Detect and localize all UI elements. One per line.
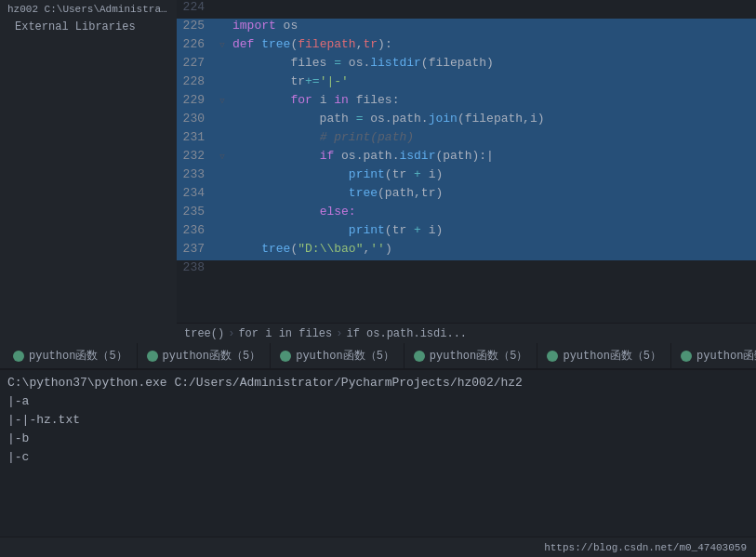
line-number: 229 bbox=[177, 93, 216, 107]
breadcrumb-item[interactable]: tree() bbox=[184, 327, 224, 340]
fold-icon[interactable]: ▽ bbox=[219, 152, 224, 162]
editor-tab[interactable]: pyuthon函数（5） bbox=[138, 343, 272, 369]
line-content: def tree(filepath,tr): bbox=[229, 37, 756, 51]
code-line: 228 tr+='|-' bbox=[177, 74, 756, 93]
token bbox=[232, 93, 290, 107]
editor-tab[interactable]: pyuthon函数（5） bbox=[671, 343, 756, 369]
tab-icon bbox=[414, 351, 425, 362]
tab-icon bbox=[681, 351, 692, 362]
line-content: # print(path) bbox=[229, 130, 756, 144]
breadcrumb-separator: › bbox=[336, 327, 342, 340]
token: join bbox=[429, 112, 458, 126]
editor-tab[interactable]: pyuthon函数（5） bbox=[271, 343, 405, 369]
breadcrumb-bar: tree() › for i in files › if os.path.isd… bbox=[177, 323, 756, 343]
line-number: 237 bbox=[177, 242, 216, 256]
code-line: 238 bbox=[177, 260, 756, 279]
token: print bbox=[349, 167, 385, 181]
line-content: path = os.path.join(filepath,i) bbox=[229, 112, 756, 126]
token: ) bbox=[385, 242, 392, 256]
main-area: hz002 C:\Users\Administrator\P External … bbox=[0, 0, 756, 343]
code-line: 236 print(tr + i) bbox=[177, 223, 756, 242]
token: for bbox=[290, 93, 319, 107]
code-line: 233 print(tr + i) bbox=[177, 167, 756, 186]
line-content: print(tr + i) bbox=[229, 223, 756, 237]
line-number: 231 bbox=[177, 130, 216, 144]
gutter: ▽ bbox=[216, 96, 229, 106]
line-number: 235 bbox=[177, 205, 216, 219]
tab-label: pyuthon函数（5） bbox=[296, 348, 394, 364]
token: os bbox=[276, 19, 298, 33]
editor-tab[interactable]: pyuthon函数（5） bbox=[405, 343, 538, 369]
token bbox=[232, 186, 349, 200]
terminal-content: C:\python37\python.exe C:/Users/Administ… bbox=[0, 370, 756, 537]
token: + bbox=[414, 223, 421, 237]
token: else: bbox=[320, 205, 356, 219]
code-line: 226▽def tree(filepath,tr): bbox=[177, 37, 756, 56]
code-line: 229▽ for i in files: bbox=[177, 93, 756, 112]
terminal-lines: |-a|-|-hz.txt|-b|-c bbox=[7, 392, 749, 467]
token: '' bbox=[370, 242, 385, 256]
sidebar-item-external-libraries[interactable]: External Libraries bbox=[0, 19, 177, 35]
terminal-output-line: |-a bbox=[7, 392, 749, 411]
token: files bbox=[232, 56, 334, 70]
line-content: for i in files: bbox=[229, 93, 756, 107]
line-number: 234 bbox=[177, 186, 216, 200]
line-content: tree(path,tr) bbox=[229, 186, 756, 200]
line-content: tr+='|-' bbox=[229, 74, 756, 88]
line-number: 232 bbox=[177, 149, 216, 163]
code-line: 231 # print(path) bbox=[177, 130, 756, 149]
breadcrumb-separator: › bbox=[228, 327, 234, 340]
token: tr bbox=[232, 74, 305, 88]
line-content: print(tr + i) bbox=[229, 167, 756, 181]
token: "D:\\bao" bbox=[298, 242, 363, 256]
code-line: 235 else: bbox=[177, 205, 756, 223]
token bbox=[232, 242, 261, 256]
tab-label: pyuthon函数（5） bbox=[696, 348, 756, 364]
token bbox=[232, 205, 320, 219]
token: filepath bbox=[298, 37, 355, 51]
token: tr bbox=[363, 37, 378, 51]
token: (path,tr) bbox=[378, 186, 443, 200]
token: def bbox=[232, 37, 261, 51]
code-line: 227 files = os.listdir(filepath) bbox=[177, 56, 756, 74]
code-line: 224 bbox=[177, 0, 756, 19]
token bbox=[232, 167, 349, 181]
tab-bar: pyuthon函数（5）pyuthon函数（5）pyuthon函数（5）pyut… bbox=[0, 343, 756, 369]
token bbox=[232, 223, 349, 237]
line-number: 236 bbox=[177, 223, 216, 237]
code-line: 237 tree("D:\\bao",'') bbox=[177, 242, 756, 260]
line-content: tree("D:\\bao",'') bbox=[229, 242, 756, 256]
token: path bbox=[232, 112, 356, 126]
tab-icon bbox=[280, 351, 291, 362]
tab-icon bbox=[13, 351, 24, 362]
editor-tab[interactable]: pyuthon函数（5） bbox=[4, 343, 138, 369]
code-line: 234 tree(path,tr) bbox=[177, 186, 756, 205]
token: (tr bbox=[385, 223, 414, 237]
token: = bbox=[334, 56, 341, 70]
editor-area: 224225import os226▽def tree(filepath,tr)… bbox=[177, 0, 756, 343]
terminal-area: C:\python37\python.exe C:/Users/Administ… bbox=[0, 369, 756, 537]
terminal-output-line: |-c bbox=[7, 448, 749, 467]
fold-icon[interactable]: ▽ bbox=[219, 40, 224, 50]
token: tree bbox=[261, 37, 290, 51]
line-content: import os bbox=[229, 19, 756, 33]
breadcrumb-item[interactable]: if os.path.isdi... bbox=[346, 327, 467, 340]
line-content: files = os.listdir(filepath) bbox=[229, 56, 756, 70]
token: tree bbox=[261, 242, 290, 256]
line-number: 228 bbox=[177, 74, 216, 88]
token: i bbox=[320, 93, 335, 107]
status-url: https://blog.csdn.net/m0_47403059 bbox=[544, 542, 747, 553]
token: os bbox=[341, 56, 363, 70]
code-line: 225import os bbox=[177, 19, 756, 37]
tab-label: pyuthon函数（5） bbox=[29, 348, 127, 364]
token: (path):| bbox=[435, 149, 493, 163]
token: (tr bbox=[385, 167, 414, 181]
fold-icon[interactable]: ▽ bbox=[219, 96, 224, 106]
token: tree bbox=[349, 186, 378, 200]
code-line: 232▽ if os.path.isdir(path):| bbox=[177, 149, 756, 167]
editor-tab[interactable]: pyuthon函数（5） bbox=[537, 343, 671, 369]
breadcrumb-item[interactable]: for i in files bbox=[238, 327, 332, 340]
token bbox=[232, 149, 320, 163]
line-number: 224 bbox=[177, 0, 216, 14]
line-number: 238 bbox=[177, 260, 216, 274]
